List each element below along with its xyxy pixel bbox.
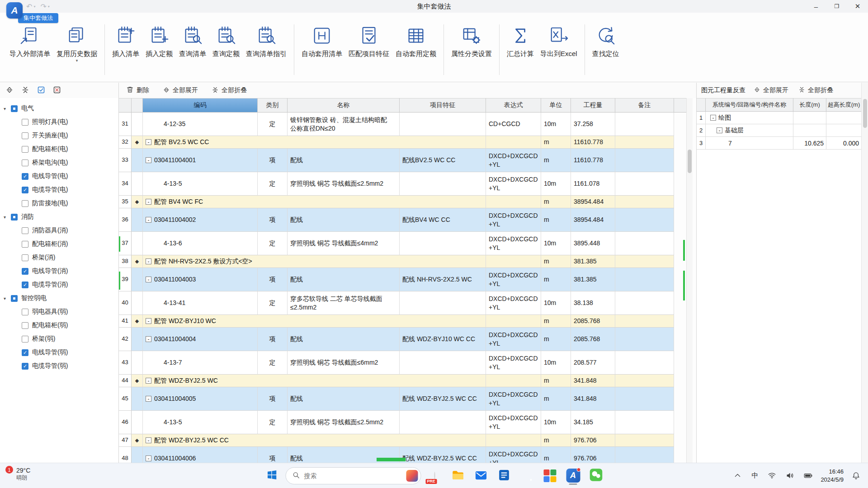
- tree-item[interactable]: 桥架(消): [0, 251, 118, 264]
- tree-item[interactable]: 桥架电沟(电): [0, 156, 118, 169]
- vertical-scrollbar[interactable]: [686, 98, 693, 463]
- table-row-group[interactable]: 38◆-配管 NH-RVS-2X2.5 敷设方式<空>m381.385: [119, 255, 674, 268]
- taskbar-browser-pre-button[interactable]: PRE: [425, 466, 444, 485]
- header-feature[interactable]: 项目特征: [400, 98, 486, 113]
- minimize-button[interactable]: –: [806, 0, 826, 13]
- header-category[interactable]: 类别: [258, 98, 288, 113]
- tree-item[interactable]: 桥架(弱): [0, 332, 118, 346]
- checkbox[interactable]: [11, 105, 18, 112]
- element-row[interactable]: 2-基础层: [697, 124, 862, 137]
- ribbon-button-export-excel[interactable]: 导出到Excel: [537, 23, 580, 59]
- table-row[interactable]: 33-030411004001项配线配线BV2.5 WC CCDXCD+DXCG…: [119, 149, 674, 172]
- table-row-group[interactable]: 47◆-配管 WDZ-BYJ2.5 WC CCm976.706: [119, 434, 674, 447]
- checkbox[interactable]: [22, 336, 28, 343]
- ribbon-button-auto-apply-list[interactable]: 自动套用清单: [298, 23, 345, 59]
- tree-item[interactable]: 防雷接地(电): [0, 197, 118, 210]
- delete-button[interactable]: 删除: [124, 85, 151, 96]
- element-row[interactable]: 3710.6250.000: [697, 137, 862, 150]
- checkbox[interactable]: ✓: [22, 268, 28, 275]
- ribbon-button-find-locate[interactable]: 查找定位: [589, 23, 623, 59]
- header-code[interactable]: 编码: [143, 98, 258, 113]
- ribbon-button-insert-quota[interactable]: 插入定额: [142, 23, 176, 59]
- collapse-box-icon[interactable]: -: [146, 277, 151, 282]
- scrollbar-thumb[interactable]: [688, 150, 692, 173]
- ribbon-button-import-external[interactable]: 导入外部清单: [6, 23, 53, 59]
- search-input[interactable]: [304, 472, 402, 479]
- checkbox[interactable]: [11, 214, 18, 221]
- header-unit[interactable]: 单位: [541, 98, 571, 113]
- ribbon-button-sum-calc[interactable]: 汇总计算: [504, 23, 537, 59]
- table-row[interactable]: 404-13-41定穿多芯软导线 二芯 单芯导线截面 ≤2.5mm2DXCD+D…: [119, 291, 674, 315]
- tree-item[interactable]: 配电箱柜(电): [0, 142, 118, 156]
- element-row[interactable]: 1-绘图: [697, 112, 862, 124]
- tree-item[interactable]: ✓电线导管(电): [0, 169, 118, 183]
- tree-item[interactable]: ▾电气: [0, 102, 118, 115]
- taskbar-clock[interactable]: 16:46 2024/5/9: [821, 468, 844, 483]
- volume-icon[interactable]: [784, 470, 796, 481]
- expander-icon[interactable]: ▾: [4, 215, 11, 220]
- tree-item[interactable]: 消防器具(消): [0, 224, 118, 237]
- ribbon-button-reuse-history[interactable]: 复用历史数据▾: [53, 23, 100, 64]
- tree-item[interactable]: ✓电缆导管(弱): [0, 359, 118, 373]
- table-row-group[interactable]: 32◆-配管 BV2.5 WC CCm11610.778: [119, 136, 674, 149]
- expand-all-button[interactable]: 全部展开: [161, 85, 200, 96]
- checkbox[interactable]: [22, 322, 28, 329]
- checkbox[interactable]: ✓: [22, 282, 28, 288]
- tree-item[interactable]: ✓电缆导管(电): [0, 183, 118, 197]
- table-row[interactable]: 374-13-6定穿照明线 铜芯 导线截面≤4mm2DXCD+DXCGCD +Y…: [119, 232, 674, 255]
- notification-bell-icon[interactable]: [850, 470, 862, 481]
- header-name[interactable]: 名称: [288, 98, 400, 113]
- app-badge-tab[interactable]: 集中套做法: [18, 13, 58, 23]
- ribbon-button-query-quota[interactable]: 查询定额: [209, 23, 243, 59]
- table-row[interactable]: 42-030411004004项配线配线 WDZ-BYJ10 WC CCDXCD…: [119, 328, 674, 351]
- tree-item[interactable]: ▾消防: [0, 210, 118, 224]
- collapse-all-button[interactable]: [20, 85, 30, 95]
- tree-item[interactable]: ✓电缆导管(消): [0, 278, 118, 291]
- expander-icon[interactable]: ▾: [4, 296, 11, 301]
- scrollbar-thumb[interactable]: [863, 99, 867, 128]
- ribbon-button-match-feature[interactable]: 匹配项目特征: [345, 23, 392, 59]
- checkbox[interactable]: ✓: [22, 363, 28, 370]
- tree-item[interactable]: ▾智控弱电: [0, 291, 118, 305]
- checkbox[interactable]: ✓: [22, 349, 28, 356]
- rp-collapse-all-button[interactable]: 全部折叠: [797, 85, 835, 95]
- battery-icon[interactable]: [802, 470, 814, 481]
- table-row[interactable]: 344-13-5定穿照明线 铜芯 导线截面≤2.5mm2DXCD+DXCGCD …: [119, 172, 674, 196]
- table-row-group[interactable]: 44◆-配管 WDZ-BYJ2.5 WCm341.848: [119, 375, 674, 387]
- checkbox[interactable]: [22, 160, 28, 166]
- rp-expand-all-button[interactable]: 全部展开: [752, 85, 790, 95]
- collapse-box-icon[interactable]: -: [146, 199, 151, 205]
- windows-start-button[interactable]: [263, 466, 282, 485]
- taskbar-wechat-button[interactable]: [587, 466, 606, 485]
- weather-widget[interactable]: 1 29°C 晴朗: [5, 466, 30, 482]
- collapse-box-icon[interactable]: -: [146, 378, 151, 384]
- collapse-box-icon[interactable]: -: [146, 455, 151, 461]
- checkbox[interactable]: [22, 241, 28, 248]
- collapse-box-icon[interactable]: -: [146, 139, 151, 145]
- taskbar-glodon-app-button[interactable]: A: [564, 466, 583, 485]
- table-row[interactable]: 36-030411004002项配线配线BV4 WC CCDXCD+DXCGCD…: [119, 208, 674, 232]
- checkbox[interactable]: [11, 295, 18, 302]
- table-row-group[interactable]: 35◆-配管 BV4 WC FCm38954.484: [119, 196, 674, 208]
- chevron-up-icon[interactable]: [732, 470, 743, 481]
- collapse-box-icon[interactable]: -: [146, 437, 151, 443]
- taskbar-docs-app-button[interactable]: [495, 466, 514, 485]
- maximize-button[interactable]: ❐: [826, 0, 847, 13]
- header-quantity[interactable]: 工程量: [571, 98, 615, 113]
- tree-item[interactable]: 开关插座(电): [0, 129, 118, 142]
- table-row[interactable]: 314-12-35定镀锌钢管敷设 砖、混凝土结构暗配 公称直径DN≤20CD+C…: [119, 113, 674, 136]
- collapse-box-icon[interactable]: -: [146, 157, 151, 163]
- tree-item[interactable]: ✓电线导管(消): [0, 264, 118, 278]
- table-row[interactable]: 39-030411004003项配线配线 NH-RVS-2X2.5 WCDXCD…: [119, 268, 674, 291]
- checkbox[interactable]: [22, 119, 28, 126]
- ribbon-button-insert-list[interactable]: 插入清单: [109, 23, 142, 59]
- collapse-box-icon[interactable]: -: [146, 318, 151, 324]
- rp-header-overheight[interactable]: 超高长度(m): [826, 98, 862, 112]
- rp-header-length[interactable]: 长度(m): [793, 98, 826, 112]
- taskbar-chrome-button[interactable]: [518, 466, 537, 485]
- checkbox[interactable]: [22, 254, 28, 261]
- wifi-icon[interactable]: [766, 470, 778, 481]
- ribbon-button-query-guide[interactable]: 查询清单指引: [243, 23, 290, 59]
- expander-icon[interactable]: ▾: [4, 106, 11, 111]
- checkbox[interactable]: ✓: [22, 187, 28, 193]
